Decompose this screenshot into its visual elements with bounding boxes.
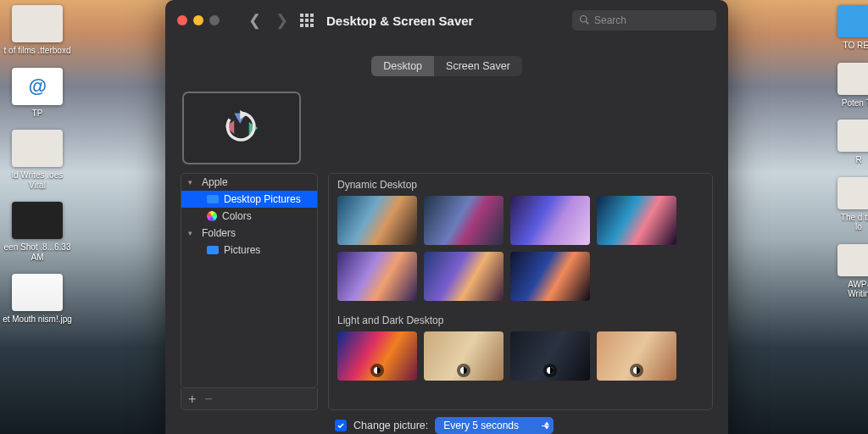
svg-line-10 bbox=[586, 21, 588, 24]
disclosure-icon: ▾ bbox=[188, 229, 197, 237]
close-button[interactable] bbox=[177, 15, 187, 25]
show-all-icon[interactable] bbox=[299, 13, 314, 28]
file-label: Poten Th bbox=[842, 98, 868, 108]
add-folder-button[interactable]: + bbox=[188, 392, 196, 407]
wallpaper-thumb[interactable] bbox=[337, 331, 417, 381]
stepper-icon bbox=[544, 422, 549, 430]
current-desktop-preview bbox=[182, 92, 301, 164]
svg-rect-1 bbox=[305, 14, 309, 17]
item-label: Desktop Pictures bbox=[224, 193, 301, 205]
desktop-file[interactable]: The d the lo bbox=[821, 177, 868, 232]
svg-rect-4 bbox=[305, 19, 309, 22]
file-label: TO REA bbox=[843, 41, 868, 51]
source-sidebar: ▾Apple Desktop Pictures Colors ▾Folders … bbox=[181, 173, 318, 410]
wallpaper-thumb[interactable] bbox=[510, 252, 590, 301]
tree-item-desktop-pictures[interactable]: Desktop Pictures bbox=[181, 191, 317, 208]
options-row: Change picture: Every 5 seconds bbox=[165, 410, 728, 434]
change-picture-label: Change picture: bbox=[353, 420, 428, 431]
zoom-button[interactable] bbox=[209, 15, 220, 25]
file-label: AWP- Writin bbox=[837, 280, 868, 299]
colors-icon bbox=[207, 211, 217, 221]
wallpaper-thumb[interactable] bbox=[424, 252, 504, 301]
search-icon bbox=[579, 14, 589, 27]
wallpaper-thumb[interactable] bbox=[424, 331, 504, 381]
preferences-window: ❮ ❯ Desktop & Screen Saver Search Deskto… bbox=[165, 0, 728, 434]
desktop-file[interactable]: t of films .tterboxd bbox=[0, 5, 75, 56]
desktop-file[interactable]: et Mouth nism!.jpg bbox=[0, 274, 75, 325]
svg-rect-6 bbox=[300, 24, 303, 27]
titlebar: ❮ ❯ Desktop & Screen Saver Search bbox=[165, 0, 728, 41]
file-label: t of films .tterboxd bbox=[4, 46, 71, 56]
desktop-file[interactable]: AWP- Writin bbox=[821, 244, 868, 299]
section-header-dynamic: Dynamic Desktop bbox=[329, 174, 712, 196]
wallpaper-thumb[interactable] bbox=[424, 196, 504, 245]
desktop-file[interactable]: een Shot .8...6.33 AM bbox=[0, 202, 75, 262]
item-label: Pictures bbox=[224, 244, 260, 256]
svg-rect-3 bbox=[300, 19, 303, 22]
tab-desktop[interactable]: Desktop bbox=[371, 56, 434, 76]
file-label: ld Writes .oes Viral bbox=[3, 170, 72, 190]
file-label: The d the lo bbox=[837, 213, 868, 232]
file-label: een Shot .8...6.33 AM bbox=[3, 242, 72, 262]
appearance-badge-icon bbox=[370, 364, 384, 377]
wallpaper-thumb[interactable] bbox=[510, 196, 590, 245]
desktop-file[interactable]: Poten Th bbox=[821, 63, 868, 108]
wallpaper-thumb[interactable] bbox=[337, 252, 417, 301]
forward-button[interactable]: ❯ bbox=[272, 11, 291, 30]
wallpaper-thumb[interactable] bbox=[597, 331, 676, 381]
desktop-file[interactable]: TO REA bbox=[821, 5, 868, 51]
remove-folder-button[interactable]: − bbox=[204, 392, 212, 407]
back-button[interactable]: ❮ bbox=[245, 11, 264, 30]
disclosure-icon: ▾ bbox=[188, 178, 197, 186]
interval-select[interactable]: Every 5 seconds bbox=[435, 417, 554, 434]
appearance-badge-icon bbox=[630, 364, 643, 377]
svg-rect-7 bbox=[305, 24, 309, 27]
change-picture-checkbox[interactable] bbox=[335, 420, 347, 431]
rotate-icon bbox=[218, 104, 265, 152]
item-label: Colors bbox=[222, 210, 252, 222]
interval-value: Every 5 seconds bbox=[443, 420, 519, 431]
wallpaper-gallery: Dynamic Desktop Light and Dark Desktop bbox=[328, 173, 713, 410]
current-desktop-preview-row bbox=[165, 76, 728, 173]
desktop-file[interactable]: ld Writes .oes Viral bbox=[0, 130, 75, 190]
appearance-badge-icon bbox=[457, 364, 470, 377]
group-label: Apple bbox=[202, 176, 228, 188]
appearance-badge-icon bbox=[543, 364, 557, 377]
source-tree: ▾Apple Desktop Pictures Colors ▾Folders … bbox=[181, 173, 318, 388]
svg-rect-2 bbox=[310, 14, 314, 17]
file-label: et Mouth nism!.jpg bbox=[3, 314, 72, 325]
window-controls bbox=[177, 15, 220, 25]
tree-group-folders[interactable]: ▾Folders bbox=[181, 225, 317, 242]
sidebar-footer: + − bbox=[181, 388, 318, 410]
tab-bar: Desktop Screen Saver bbox=[165, 56, 728, 76]
wallpaper-thumb[interactable] bbox=[337, 196, 417, 245]
desktop-icons-left: t of films .tterboxd @TP ld Writes .oes … bbox=[0, 0, 76, 337]
search-input[interactable]: Search bbox=[572, 10, 716, 31]
desktop-icons-right: TO REA Poten Th R The d the lo AWP- Writ… bbox=[821, 0, 868, 311]
svg-point-9 bbox=[581, 15, 587, 22]
svg-rect-5 bbox=[310, 19, 314, 22]
group-label: Folders bbox=[202, 227, 236, 239]
search-placeholder: Search bbox=[594, 14, 626, 26]
desktop-file[interactable]: R bbox=[821, 120, 868, 165]
folder-icon bbox=[207, 246, 219, 254]
minimize-button[interactable] bbox=[193, 15, 203, 25]
svg-rect-8 bbox=[310, 24, 314, 27]
wallpaper-thumb[interactable] bbox=[597, 196, 676, 245]
section-header-lightdark: Light and Dark Desktop bbox=[329, 309, 712, 331]
file-label: TP bbox=[32, 108, 43, 119]
folder-icon bbox=[207, 195, 219, 203]
window-title: Desktop & Screen Saver bbox=[326, 14, 473, 28]
tree-item-colors[interactable]: Colors bbox=[181, 208, 317, 225]
tree-group-apple[interactable]: ▾Apple bbox=[181, 174, 317, 191]
file-label: R bbox=[855, 155, 861, 165]
svg-marker-14 bbox=[240, 110, 248, 120]
tab-screensaver[interactable]: Screen Saver bbox=[434, 56, 522, 76]
wallpaper-thumb[interactable] bbox=[510, 331, 590, 381]
desktop-file[interactable]: @TP bbox=[0, 68, 75, 119]
tree-item-pictures[interactable]: Pictures bbox=[181, 242, 317, 259]
svg-rect-0 bbox=[300, 14, 303, 17]
